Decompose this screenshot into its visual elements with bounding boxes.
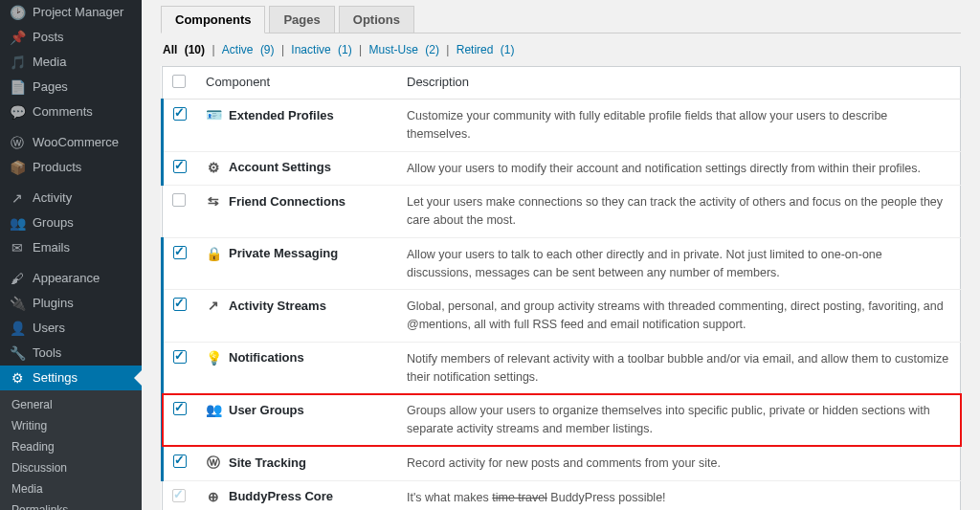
component-row: ⇆Friend ConnectionsLet your users make c…	[163, 186, 961, 238]
component-description: Global, personal, and group activity str…	[407, 298, 950, 334]
admin-sidebar: 🕑Project Manager📌Posts🎵Media📄Pages💬Comme…	[0, 0, 142, 510]
component-name[interactable]: Extended Profiles	[229, 108, 334, 122]
sidebar-item-users[interactable]: 👤Users	[0, 316, 142, 341]
gear-icon: ⚙	[206, 160, 221, 175]
sidebar-item-label: Products	[33, 159, 81, 176]
id-icon: 🪪	[206, 107, 221, 122]
settings-tabs: ComponentsPagesOptions	[161, 6, 961, 33]
component-name[interactable]: Notifications	[229, 350, 304, 365]
component-description: Allow your users to modify their account…	[407, 160, 950, 178]
component-row: ⓦSite TrackingRecord activity for new po…	[163, 446, 961, 480]
sidebar-item-label: Project Manager	[33, 4, 123, 21]
component-row: ↗Activity StreamsGlobal, personal, and g…	[163, 290, 961, 343]
users-icon: 👤	[8, 320, 27, 337]
component-description: It's what makes time travel BuddyPress p…	[407, 489, 950, 507]
submenu-item-discussion[interactable]: Discussion	[0, 457, 142, 478]
sidebar-item-woocommerce[interactable]: ⓦWooCommerce	[0, 130, 142, 155]
woo-icon: ⓦ	[8, 134, 27, 151]
activity-icon: ↗	[206, 298, 221, 313]
tab-options[interactable]: Options	[339, 6, 414, 33]
component-checkbox[interactable]	[173, 246, 187, 259]
components-table: Component Description 🪪Extended Profiles…	[161, 66, 961, 510]
sidebar-item-plugins[interactable]: 🔌Plugins	[0, 291, 142, 316]
component-row: ⊕BuddyPress CoreIt's what makes time tra…	[163, 480, 961, 510]
component-row: 💡NotificationsNotify members of relevant…	[163, 342, 961, 394]
component-name[interactable]: BuddyPress Core	[229, 489, 333, 503]
component-name[interactable]: Private Messaging	[229, 246, 338, 260]
sidebar-item-label: Tools	[33, 344, 61, 362]
component-checkbox[interactable]	[173, 160, 187, 173]
bulb-icon: 💡	[206, 350, 221, 366]
sidebar-item-emails[interactable]: ✉Emails	[0, 235, 142, 260]
sidebar-item-media[interactable]: 🎵Media	[0, 50, 142, 75]
sidebar-item-label: Posts	[33, 29, 64, 46]
filter-all[interactable]: All (10)	[161, 43, 207, 56]
component-name[interactable]: User Groups	[229, 403, 304, 417]
sidebar-item-pages[interactable]: 📄Pages	[0, 75, 142, 100]
component-description: Let your users make connections so they …	[407, 193, 950, 230]
component-checkbox[interactable]	[173, 298, 187, 311]
component-checkbox	[172, 489, 186, 502]
component-description: Record activity for new posts and commen…	[407, 455, 950, 473]
sidebar-item-settings[interactable]: ⚙Settings	[0, 366, 142, 390]
component-row: 🔒Private MessagingAllow your users to ta…	[163, 237, 961, 290]
component-checkbox[interactable]	[173, 402, 187, 415]
comment-icon: 💬	[8, 103, 27, 121]
sidebar-item-activity[interactable]: ↗Activity	[0, 186, 142, 211]
filter-mustuse[interactable]: Must-Use (2)	[368, 43, 441, 56]
sidebar-item-products[interactable]: 📦Products	[0, 155, 142, 180]
submenu-item-permalinks[interactable]: Permalinks	[0, 499, 142, 510]
sidebar-item-label: Comments	[33, 103, 93, 121]
filter-active[interactable]: Active (9)	[220, 43, 277, 56]
col-component[interactable]: Component	[196, 67, 397, 100]
component-name[interactable]: Site Tracking	[229, 455, 306, 470]
filter-retired[interactable]: Retired (1)	[455, 43, 517, 56]
groups-icon: 👥	[8, 214, 27, 232]
tools-icon: 🔧	[8, 344, 27, 362]
filter-inactive[interactable]: Inactive (1)	[289, 43, 353, 56]
select-all-checkbox[interactable]	[172, 75, 186, 88]
activity-icon: ↗	[8, 189, 27, 207]
plugin-icon: 🔌	[8, 295, 27, 312]
product-icon: 📦	[8, 159, 27, 176]
component-checkbox[interactable]	[172, 193, 186, 207]
settings-icon: ⚙	[8, 369, 27, 387]
component-row: 👥User GroupsGroups allow your users to o…	[163, 394, 961, 447]
sidebar-item-label: Activity	[33, 189, 72, 207]
component-checkbox[interactable]	[173, 107, 187, 121]
component-name[interactable]: Activity Streams	[229, 299, 326, 313]
sidebar-item-tools[interactable]: 🔧Tools	[0, 341, 142, 366]
gauge-icon: 🕑	[8, 4, 27, 21]
sidebar-item-groups[interactable]: 👥Groups	[0, 211, 142, 235]
sidebar-item-label: Appearance	[33, 270, 100, 287]
component-row: ⚙Account SettingsAllow your users to mod…	[163, 151, 961, 186]
sidebar-item-appearance[interactable]: 🖌Appearance	[0, 266, 142, 291]
component-name[interactable]: Account Settings	[229, 160, 331, 174]
component-description: Allow your users to talk to each other d…	[407, 246, 950, 282]
sidebar-item-label: Pages	[33, 78, 68, 96]
submenu-item-reading[interactable]: Reading	[0, 436, 142, 457]
tab-pages[interactable]: Pages	[269, 6, 334, 33]
wp-icon: ⓦ	[206, 455, 221, 472]
component-description: Notify members of relevant activity with…	[407, 350, 950, 387]
component-checkbox[interactable]	[173, 350, 187, 364]
sidebar-item-comments[interactable]: 💬Comments	[0, 100, 142, 124]
sidebar-item-posts[interactable]: 📌Posts	[0, 25, 142, 50]
component-checkbox[interactable]	[173, 455, 187, 468]
submenu-item-writing[interactable]: Writing	[0, 415, 142, 436]
main-content: ComponentsPagesOptions All (10) | Active…	[142, 0, 980, 510]
settings-submenu: GeneralWritingReadingDiscussionMediaPerm…	[0, 390, 142, 510]
submenu-item-general[interactable]: General	[0, 394, 142, 415]
pin-icon: 📌	[8, 29, 27, 46]
component-filters: All (10) | Active (9) | Inactive (1) | M…	[161, 43, 961, 56]
sidebar-item-label: Emails	[33, 239, 70, 256]
submenu-item-media[interactable]: Media	[0, 478, 142, 499]
col-description[interactable]: Description	[397, 67, 961, 100]
lock-icon: 🔒	[206, 246, 221, 261]
component-name[interactable]: Friend Connections	[229, 194, 345, 209]
sidebar-item-label: Plugins	[33, 295, 74, 312]
friends-icon: ⇆	[206, 193, 221, 209]
email-icon: ✉	[8, 239, 27, 256]
sidebar-item-project-manager[interactable]: 🕑Project Manager	[0, 0, 142, 25]
tab-components[interactable]: Components	[161, 6, 265, 33]
